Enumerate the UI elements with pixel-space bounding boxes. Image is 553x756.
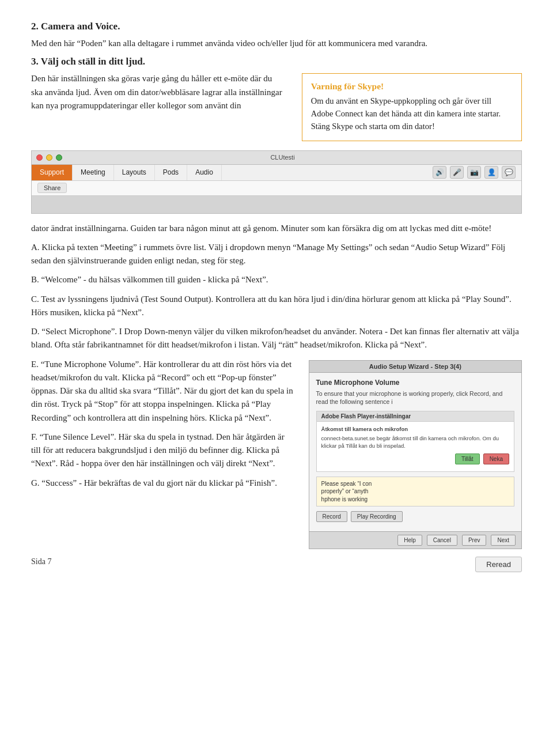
step-g: G. “Success” - Här bekräftas de val du g… [31,477,295,490]
wizard-screenshot: Audio Setup Wizard - Step 3(4) Tune Micr… [309,360,522,550]
wizard-footer: Help Cancel Prev Next [309,531,521,549]
popup-line1: Åtkomst till kamera och mikrofon [321,425,509,433]
step-c: C. Test av lyssningens ljudnivå (Test So… [31,293,522,320]
popup-line2: connect-beta.sunet.se begär åtkomst till… [321,434,509,450]
step-d: D. “Select Microphone”. I Drop Down-meny… [31,325,522,352]
connect-menu-icons: 🔊 🎤 📷 👤 💬 [433,165,521,180]
nav-buttons: Reread [475,557,522,572]
warning-body: Om du använt en Skype-uppkoppling och gå… [311,95,513,133]
connect-menu-audio[interactable]: Audio [187,165,222,180]
connect-icon-speaker[interactable]: 🔊 [433,166,446,179]
intro-paragraph: Med den här “Poden” kan alla deltagare i… [31,37,522,50]
step-f: F. “Tune Silence Level”. Här ska du spel… [31,430,295,471]
subsection-heading: 3. Välj och ställ in ditt ljud. [31,56,522,67]
connect-icon-camera[interactable]: 📷 [467,166,481,179]
wizard-subtitle: Tune Microphone Volume [316,379,514,387]
connect-window-title: CLUtesti [270,154,312,161]
step-e: E. “Tune Microphone Volume”. Här kontrol… [31,358,295,425]
wizard-instruction: To ensure that your microphone is workin… [316,390,514,406]
page-number: Sida 7 [31,557,51,566]
play-recording-button[interactable]: Play Recording [351,511,403,522]
wizard-prev-button[interactable]: Prev [462,535,487,546]
share-button[interactable]: Share [37,183,67,193]
connect-icon-person[interactable]: 👤 [484,166,498,179]
wizard-cancel-button[interactable]: Cancel [427,535,457,546]
connect-menu-meeting[interactable]: Meeting [73,165,114,180]
step-b: B. “Welcome” - du hälsas välkommen till … [31,273,522,286]
connect-subbar: Share [32,181,521,196]
connect-icon-mic[interactable]: 🎤 [450,166,464,179]
warning-box: Varning för Skype! Om du använt en Skype… [302,73,522,141]
wizard-help-button[interactable]: Help [397,535,422,546]
allow-button[interactable]: Tillåt [455,453,480,464]
wizard-popup-content: Åtkomst till kamera och mikrofon connect… [321,425,509,450]
after-screenshot-text: dator ändrat inställningarna. Guiden tar… [31,222,522,235]
connect-icon-chat[interactable]: 💬 [502,166,516,179]
wizard-popup-title: Adobe Flash Player-inställningar [317,411,514,422]
section-heading: 2. Camera and Voice. [31,21,522,32]
traffic-light-green [56,154,62,161]
wizard-speak-suffix: properly” or “anyth [321,487,509,496]
connect-menu-layouts[interactable]: Layouts [114,165,155,180]
wizard-next-button[interactable]: Next [491,535,516,546]
wizard-titlebar: Audio Setup Wizard - Step 3(4) [309,361,521,373]
connect-screenshot: CLUtesti Support Meeting Layouts Pods Au… [31,150,522,214]
step-a: A. Klicka på texten “Meeting” i rummets … [31,241,522,268]
wizard-popup: Adobe Flash Player-inställningar Åtkomst… [316,411,514,472]
wizard-speak-box: Please speak “I con properly” or “anyth … [316,477,514,507]
wizard-record-row: Record Play Recording [316,511,514,522]
traffic-light-yellow [46,154,52,161]
connect-titlebar: CLUtesti [32,151,521,165]
connect-menubar: Support Meeting Layouts Pods Audio 🔊 🎤 📷… [32,165,521,181]
wizard-speak-note: hphone is working [321,496,509,504]
warning-title: Varning för Skype! [311,81,513,92]
connect-menu-support[interactable]: Support [32,165,73,180]
record-button[interactable]: Record [316,511,347,522]
reread-button[interactable]: Reread [475,557,522,572]
traffic-light-red [36,154,43,161]
connect-menu-pods[interactable]: Pods [155,165,187,180]
wizard-speak-text: Please speak “I con [321,480,509,488]
left-col-text: Den här inställningen ska göras varje gå… [31,72,285,112]
wizard-body: Tune Microphone Volume To ensure that yo… [309,373,521,532]
deny-button[interactable]: Neka [483,453,509,464]
